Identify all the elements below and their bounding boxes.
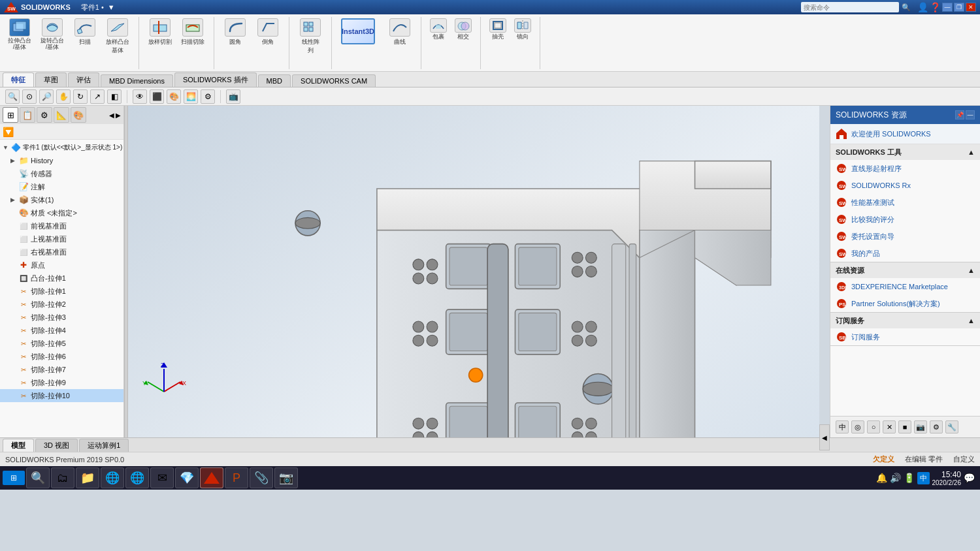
display-style-icon[interactable]: ◧ — [107, 89, 122, 104]
tree-item-solid[interactable]: ▶ 📦 实体(1) — [0, 193, 123, 206]
taskbar-ie[interactable]: 🌐 — [125, 467, 149, 488]
rp-btn-camera[interactable]: 📷 — [914, 420, 927, 433]
taskbar-sw[interactable] — [200, 467, 223, 488]
taskbar-explorer[interactable]: 📁 — [76, 467, 99, 488]
section-view-icon[interactable]: ⬛ — [150, 89, 164, 104]
sw-item-rx[interactable]: SW SOLIDWORKS Rx — [830, 177, 980, 194]
rp-btn-square[interactable]: ■ — [898, 420, 911, 433]
zoom-selection-icon[interactable]: 🔎 — [39, 89, 54, 104]
taskbar-mail[interactable]: ✉ — [150, 467, 174, 488]
rp-btn-gear[interactable]: ⚙ — [930, 420, 943, 433]
config-manager-tab[interactable]: ⚙ — [37, 107, 52, 123]
minimize-button[interactable]: — — [942, 3, 953, 12]
start-button[interactable]: ⊞ — [3, 471, 25, 485]
tree-item-boss-extrude1[interactable]: 🔲 凸台-拉伸1 — [0, 272, 123, 285]
sw-item-compare[interactable]: SW 比较我的评分 — [830, 211, 980, 228]
panel-arrow-right[interactable]: ▶ — [116, 112, 121, 119]
tree-item-cut-extrude3[interactable]: ✂ 切除-拉伸3 — [0, 311, 123, 324]
rp-btn-home[interactable]: 中 — [836, 420, 849, 433]
curves-button[interactable]: 曲线 — [384, 17, 416, 48]
tree-root-item[interactable]: ▼ 🔷 零件1 (默认<<默认>_显示状态 1>) — [0, 141, 123, 154]
scene-icon[interactable]: 🌅 — [184, 89, 198, 104]
rotate-icon[interactable]: ↻ — [73, 89, 88, 104]
mirror-button[interactable]: 镜向 — [511, 17, 534, 42]
sw-item-line-form[interactable]: SW 直线形起射程序 — [830, 160, 980, 177]
tree-item-cut-extrude2[interactable]: ✂ 切除-拉伸2 — [0, 298, 123, 311]
taskbar-ppt[interactable]: P — [225, 467, 248, 488]
tab-3dview[interactable]: 3D 视图 — [35, 439, 78, 452]
zoom-fit-icon[interactable]: ⊙ — [22, 89, 37, 104]
tab-evaluate[interactable]: 评估 — [68, 72, 99, 87]
3d-viewport[interactable]: X Y Z — [128, 106, 819, 437]
resources-panel-minimize[interactable]: — — [966, 110, 975, 119]
taskbar-chrome[interactable]: 💎 — [175, 467, 199, 488]
revolve-boss-button[interactable]: 旋转凸台/基体 — [37, 17, 68, 52]
sweep-boss-button[interactable]: 扫描 — [69, 17, 101, 48]
sw-item-partner[interactable]: PS Partner Solutions(解决方案) — [830, 295, 980, 312]
tab-mbd[interactable]: MBD — [258, 74, 291, 87]
extrude-boss-button[interactable]: 拉伸凸台/基体 — [4, 17, 35, 52]
sw-home-link[interactable]: 欢迎使用 SOLIDWORKS — [830, 124, 980, 144]
shell-button[interactable]: 抽壳 — [486, 17, 510, 42]
appearance-icon[interactable]: 🎨 — [167, 89, 181, 104]
tab-feature[interactable]: 特征 — [3, 72, 34, 87]
linear-pattern-button[interactable]: 线性阵列 — [295, 17, 326, 56]
sys-icon-notification[interactable]: 💬 — [964, 473, 975, 483]
tree-item-history[interactable]: ▶ 📁 History — [0, 154, 123, 167]
sw-item-benchmark[interactable]: SW 性能基准测试 — [830, 194, 980, 211]
wrap-button[interactable]: 包裹 — [427, 17, 450, 42]
tree-item-cut-extrude4[interactable]: ✂ 切除-拉伸4 — [0, 324, 123, 337]
rp-btn-wrench[interactable]: 🔧 — [945, 420, 958, 433]
dim-expert-tab[interactable]: 📐 — [54, 107, 69, 123]
tree-item-annotation[interactable]: 📝 注解 — [0, 180, 123, 193]
title-menu-arrow[interactable]: ▼ — [108, 3, 115, 11]
select-icon[interactable]: ↗ — [90, 89, 105, 104]
intersect-button[interactable]: 相交 — [451, 17, 475, 42]
display-manager-tab2[interactable]: 🎨 — [71, 107, 86, 123]
view-settings-icon[interactable]: ⚙ — [201, 89, 215, 104]
resources-panel-pin[interactable]: 📌 — [955, 110, 964, 119]
tree-item-right-plane[interactable]: ⬜ 右视基准面 — [0, 245, 123, 259]
tree-item-front-plane[interactable]: ⬜ 前视基准面 — [0, 219, 123, 232]
hide-show-icon[interactable]: 👁 — [133, 89, 147, 104]
display-manager-icon[interactable]: 📺 — [226, 89, 240, 104]
loft-boss-button[interactable]: 放样凸台基体 — [102, 17, 133, 56]
tab-model[interactable]: 模型 — [3, 439, 34, 452]
tree-item-cut-extrude9[interactable]: ✂ 切除-拉伸9 — [0, 376, 123, 389]
tree-item-cut-extrude6[interactable]: ✂ 切除-拉伸6 — [0, 350, 123, 363]
rp-btn-x[interactable]: ✕ — [883, 420, 896, 433]
tree-item-origin[interactable]: ✚ 原点 — [0, 259, 123, 272]
taskbar-extra[interactable]: 📎 — [250, 467, 273, 488]
taskbar-taskview[interactable]: 🗂 — [51, 467, 74, 488]
view-orientation-icon[interactable]: 🔍 — [5, 89, 20, 104]
tab-sketch[interactable]: 草图 — [35, 72, 67, 87]
tree-item-cut-extrude10[interactable]: ✂ 切除-拉伸10 — [0, 389, 123, 402]
property-manager-tab[interactable]: 📋 — [20, 107, 35, 123]
taskbar-edge[interactable]: 🌐 — [101, 467, 124, 488]
help-icon[interactable]: ❓ — [930, 2, 941, 12]
user-icon[interactable]: 👤 — [917, 2, 928, 12]
sw-item-settings-wizard[interactable]: SW 委托设置向导 — [830, 228, 980, 245]
tree-item-top-plane[interactable]: ⬜ 上视基准面 — [0, 232, 123, 245]
close-button[interactable]: ✕ — [966, 3, 976, 12]
sw-tools-section-header[interactable]: SOLIDWORKS 工具 ▲ — [830, 144, 980, 160]
fillet-button[interactable]: 圆角 — [220, 17, 251, 48]
pan-icon[interactable]: ✋ — [56, 89, 71, 104]
taskbar-cam[interactable]: 📷 — [274, 467, 298, 488]
right-panel-collapse-button[interactable]: ◀ — [819, 424, 830, 450]
search-input[interactable] — [801, 2, 899, 12]
subscription-header[interactable]: 订阅服务 ▲ — [830, 313, 980, 328]
tree-item-cut-extrude1[interactable]: ✂ 切除-拉伸1 — [0, 285, 123, 298]
tree-item-sensor[interactable]: 📡 传感器 — [0, 167, 123, 180]
tab-mbd-dim[interactable]: MBD Dimensions — [101, 74, 173, 87]
tab-sw-cam[interactable]: SOLIDWORKS CAM — [292, 74, 376, 87]
taskbar-search[interactable]: 🔍 — [26, 467, 50, 488]
tree-item-material[interactable]: 🎨 材质 <未指定> — [0, 206, 123, 219]
sw-item-3dexperience[interactable]: 3DE 3DEXPERIENCE Marketplace — [830, 278, 980, 295]
panel-arrow-left[interactable]: ◀ — [109, 112, 114, 119]
feature-manager-tab[interactable]: ⊞ — [3, 107, 18, 123]
sw-item-subscription[interactable]: SB 订阅服务 — [830, 328, 980, 345]
tab-sw-plugins[interactable]: SOLIDWORKS 插件 — [174, 72, 257, 87]
online-resources-header[interactable]: 在线资源 ▲ — [830, 262, 980, 278]
tree-item-cut-extrude5[interactable]: ✂ 切除-拉伸5 — [0, 337, 123, 350]
